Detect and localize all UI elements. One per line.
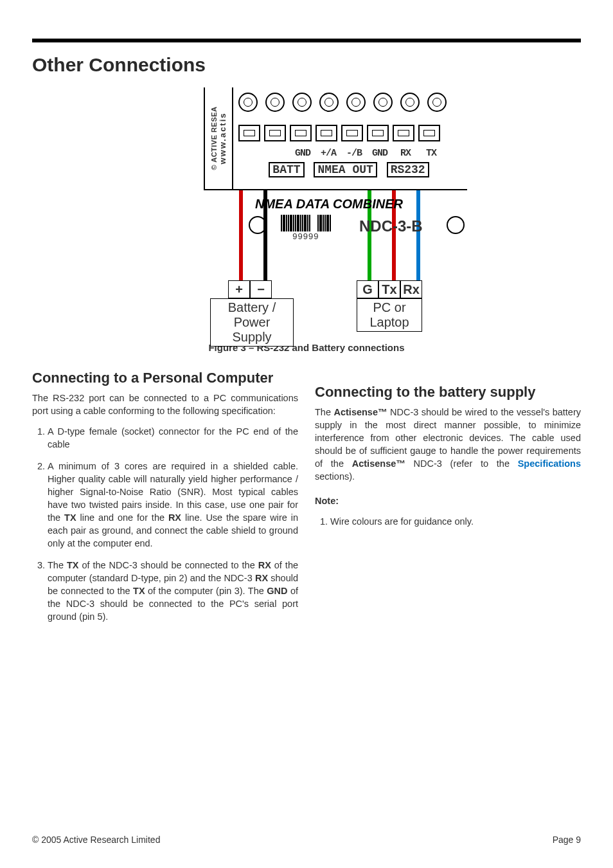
battery-label: Battery / Power Supply	[210, 298, 294, 347]
figure-caption: Figure 3 – RS-232 and Battery connection…	[32, 342, 581, 353]
screw-terminals-top	[238, 93, 462, 112]
specifications-link[interactable]: Specifications	[518, 458, 581, 469]
terminal-icon	[418, 125, 440, 141]
mounting-hole-icon	[447, 216, 465, 234]
pc-gnd: G	[357, 280, 378, 298]
terminal-icon	[290, 125, 312, 141]
pc-tx: Tx	[378, 280, 400, 298]
terminal-icon	[238, 125, 260, 141]
copyright: © 2005 Active Research Limited	[32, 835, 160, 845]
pc-rx: Rx	[400, 280, 422, 298]
note-list: Wire colours are for guidance only.	[315, 515, 581, 528]
screw-icon	[292, 93, 312, 112]
barcode: 99999	[281, 215, 331, 241]
terminal-icon	[341, 125, 363, 141]
header-title: NMEA Data Combiner - NDC-3-B	[321, 41, 577, 60]
pc-label: PC or Laptop	[357, 298, 422, 332]
terminal-icon	[393, 125, 414, 141]
left-column: Connecting to a Personal Computer The RS…	[32, 368, 298, 632]
screw-icon	[373, 93, 393, 112]
pc-steps-list: A D-type female (socket) connector for t…	[32, 425, 298, 623]
terminal-labels: GND +/A -/B GND RX TX	[238, 148, 462, 159]
document-header: NMEA Data Combiner - NDC-3-B	[32, 39, 581, 42]
terminal-icon	[315, 125, 337, 141]
list-item: A D-type female (socket) connector for t…	[48, 425, 298, 451]
battery-box: + −	[228, 280, 272, 298]
terminal-icon	[264, 125, 286, 141]
screw-icon	[400, 93, 420, 112]
battery-minus: −	[250, 280, 272, 298]
subsection-heading-battery: Connecting to the battery supply	[315, 383, 581, 402]
screw-icon	[238, 93, 258, 112]
port-label-nmea: NMEA OUT	[314, 162, 377, 177]
pc-box: G Tx Rx	[357, 280, 422, 298]
pcb-outline: © ACTIVE RESEA www.actis	[204, 87, 467, 190]
model-label: NDC-3-B	[359, 217, 423, 235]
mounting-hole-icon	[249, 216, 267, 234]
port-label-batt: BATT	[269, 162, 304, 177]
screw-icon	[265, 93, 285, 112]
page-number: Page 9	[553, 835, 581, 845]
list-item: A minimum of 3 cores are required in a s…	[48, 460, 298, 550]
brand-text: © ACTIVE RESEA	[210, 106, 218, 170]
device-title: NMEA DATA COMBINER	[255, 197, 403, 212]
list-item: The TX of the NDC-3 should be connected …	[48, 559, 298, 623]
brand-sidebar: © ACTIVE RESEA www.actis	[205, 87, 233, 189]
battery-plus: +	[228, 280, 250, 298]
terminal-icon	[367, 125, 389, 141]
screw-icon	[319, 93, 339, 112]
list-item: Wire colours are for guidance only.	[330, 515, 581, 528]
port-label-rs232: RS232	[387, 162, 429, 177]
subsection-heading-pc: Connecting to a Personal Computer	[32, 368, 298, 388]
terminal-blocks	[238, 125, 465, 148]
port-group-labels: BATT NMEA OUT RS232	[238, 162, 462, 177]
brand-url: www.actis	[218, 106, 227, 170]
figure-3: © ACTIVE RESEA www.actis	[32, 87, 581, 334]
pc-intro: The RS-232 port can be connected to a PC…	[32, 392, 298, 417]
screw-icon	[346, 93, 366, 112]
barcode-number: 99999	[281, 231, 331, 241]
screw-icon	[427, 93, 447, 112]
battery-paragraph: The Actisense™ NDC-3 should be wired to …	[315, 406, 581, 483]
right-column: Connecting to the battery supply The Act…	[315, 368, 581, 632]
note-label: Note:	[315, 496, 339, 506]
page-footer: © 2005 Active Research Limited Page 9	[32, 835, 581, 845]
